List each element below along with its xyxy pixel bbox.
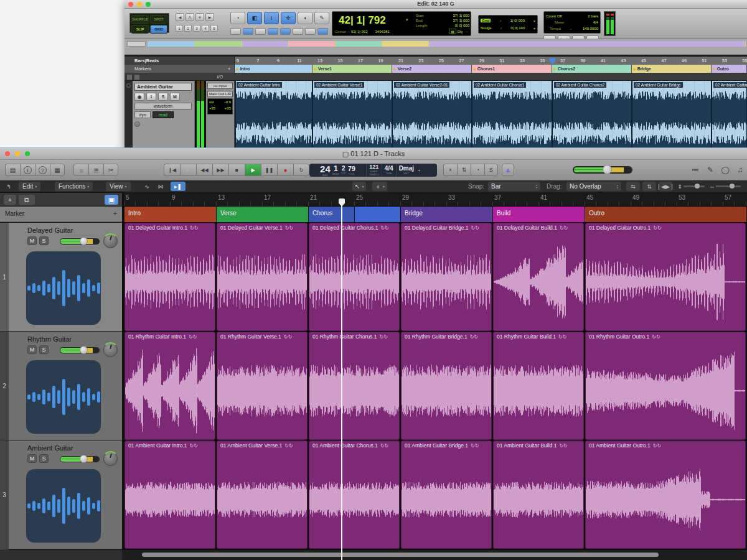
- arrangement-marker-verse[interactable]: Verse: [217, 207, 309, 222]
- arrangement-marker-outro[interactable]: Outro: [585, 207, 747, 222]
- pause-button[interactable]: ❚❚: [261, 164, 277, 176]
- output-selector[interactable]: Main Out L/R: [207, 91, 233, 97]
- arrangement-marker-intro[interactable]: Intro: [125, 207, 217, 222]
- pt-titlebar[interactable]: Edit: 02 140 G: [125, 0, 747, 9]
- stop-button[interactable]: ■: [228, 164, 245, 176]
- catch-playhead-icon[interactable]: ▸❚: [171, 182, 186, 191]
- zoom-preset-4[interactable]: 4: [202, 25, 209, 32]
- pt-region-label[interactable]: 02 Ambient Guitar Verse2-01: [394, 82, 449, 88]
- length-value[interactable]: 0| 0| 000: [455, 23, 469, 28]
- drag-select[interactable]: No Overlap ▴▾: [566, 182, 621, 191]
- zoom-preset-1[interactable]: 1: [176, 25, 183, 32]
- grid-label[interactable]: Grid: [481, 19, 491, 22]
- automation-icon[interactable]: ∿: [142, 182, 152, 191]
- edit-toggle-6[interactable]: [305, 28, 316, 35]
- zoom-preset-2[interactable]: 2: [184, 25, 192, 32]
- mute-button[interactable]: M: [27, 345, 37, 354]
- pt-region-label[interactable]: 02 Ambient Guitar Outro: [713, 82, 747, 88]
- track-view-selector[interactable]: waveform: [134, 103, 192, 110]
- input-monitor-button[interactable]: I: [146, 93, 156, 101]
- edit-toggle-1[interactable]: [243, 28, 253, 35]
- snap-select[interactable]: Bar ▴▾: [488, 182, 540, 191]
- volume-knob[interactable]: [80, 237, 88, 245]
- edit-toggle-0[interactable]: [230, 28, 241, 35]
- auto-track-zoom-icon[interactable]: ⇅: [642, 182, 656, 191]
- audio-region[interactable]: 01 Delayed Guitar Outro.1↻↻: [585, 223, 746, 331]
- audio-region[interactable]: 01 Ambient Guitar Intro.1↻↻: [125, 441, 215, 549]
- audio-region[interactable]: 01 Rhythm Guitar Verse.1↻↻: [217, 332, 308, 440]
- vertical-zoom-icon[interactable]: ⇕: [677, 182, 682, 191]
- pt-marker-chorus2[interactable]: ◆Chorus2: [552, 65, 632, 73]
- media-browser-button[interactable]: ♫: [735, 164, 746, 175]
- chevron-down-icon[interactable]: ▾: [416, 164, 422, 177]
- nudge-value[interactable]: 0| 0| 240: [510, 26, 525, 30]
- zoom-expand-icon[interactable]: ✛: [195, 13, 204, 21]
- left-click-tool[interactable]: ↖▾: [352, 182, 366, 191]
- audio-region[interactable]: 01 Ambient Guitar Bridge.1↻↻: [401, 441, 492, 549]
- edit-toggle-2[interactable]: [255, 28, 266, 35]
- pt-bars-ruler[interactable]: Bars|Beats 57911131517192123252729313335…: [125, 57, 747, 65]
- pencil-tool[interactable]: ✎: [314, 12, 329, 24]
- pt-marker-verse1[interactable]: ◆Verse1: [312, 65, 392, 73]
- pan-right-value[interactable]: +35: [225, 106, 231, 110]
- edit-toggle-7[interactable]: [317, 28, 328, 35]
- playhead-line[interactable]: [341, 202, 342, 560]
- pan-knob[interactable]: [103, 452, 118, 466]
- add-track-button[interactable]: +: [4, 195, 16, 205]
- count-in-button[interactable]: ×: [443, 164, 457, 176]
- timeline-insertion-icon[interactable]: ▤: [449, 29, 456, 34]
- zoom-preset-3[interactable]: 3: [193, 25, 200, 32]
- start-value[interactable]: 37| 1| 000: [453, 13, 469, 18]
- eighth-note-icon[interactable]: ♪: [500, 26, 502, 30]
- input-selector[interactable]: no input: [207, 83, 233, 89]
- arrangement-marker-chorus2[interactable]: [355, 207, 401, 222]
- view-menu-button[interactable]: View▾: [106, 182, 131, 191]
- end-value[interactable]: 37| 1| 000: [453, 18, 469, 23]
- lg-bar-ruler[interactable]: 59131721252933374145495357: [124, 193, 747, 207]
- solo-mode-button[interactable]: S: [484, 164, 498, 176]
- audio-region[interactable]: 01 Ambient Guitar Chorus.1↻↻: [309, 441, 400, 549]
- add-marker-button[interactable]: +: [113, 210, 117, 217]
- solo-button[interactable]: S: [158, 93, 168, 101]
- play-from-selection-button[interactable]: ▶: [180, 164, 196, 176]
- pt-marker-chorus1[interactable]: ◆Chorus1: [472, 65, 552, 73]
- elastic-audio-icon[interactable]: ◎: [134, 121, 140, 127]
- track-list-icon[interactable]: [127, 75, 132, 80]
- scrollbar-thumb[interactable]: [142, 553, 659, 557]
- pt-region-label[interactable]: 02 Ambient Guitar Verse1: [314, 82, 364, 88]
- zoom-preset-5[interactable]: 5: [210, 25, 218, 32]
- audio-region[interactable]: 01 Ambient Guitar Build.1↻↻: [493, 441, 584, 549]
- tuner-button[interactable]: ◔: [471, 164, 484, 176]
- audio-region[interactable]: 01 Ambient Guitar Verse.1↻↻: [217, 441, 308, 549]
- chevron-down-icon[interactable]: ▾: [533, 26, 535, 30]
- audio-region[interactable]: 01 Delayed Guitar Bridge.1↻↻: [401, 223, 492, 331]
- scrub-tool[interactable]: ◖: [298, 12, 312, 24]
- zoom-tool[interactable]: ◔: [230, 12, 245, 24]
- eighth-note-icon[interactable]: ♪: [500, 19, 502, 22]
- play-button[interactable]: ▶: [245, 164, 261, 176]
- pt-universe-view[interactable]: [125, 39, 747, 55]
- mode-slip-button[interactable]: SLIP: [131, 25, 149, 34]
- volume-knob[interactable]: [80, 455, 88, 463]
- pt-marker-verse2[interactable]: ◆Verse2: [392, 65, 472, 73]
- horizontal-scrollbar[interactable]: [0, 550, 747, 560]
- apple-loops-button[interactable]: ◯: [720, 164, 731, 175]
- lg-titlebar[interactable]: ▢ 01 121 D - Tracks: [0, 148, 747, 160]
- audio-region[interactable]: 01 Delayed Guitar Intro.1↻↻: [125, 223, 215, 331]
- audio-region[interactable]: 01 Rhythm Guitar Chorus.1↻↻: [309, 332, 400, 440]
- automation-dyn-button[interactable]: dyn: [134, 111, 151, 118]
- trim-tool[interactable]: ◧: [247, 12, 262, 24]
- track-volume-slider[interactable]: [60, 456, 100, 462]
- mode-spot-button[interactable]: SPOT: [150, 15, 167, 24]
- chevron-down-icon[interactable]: ▾: [406, 17, 408, 22]
- selector-tool[interactable]: I: [264, 12, 279, 24]
- forward-button[interactable]: ▶▶: [212, 164, 228, 176]
- inspector-button[interactable]: i: [20, 164, 35, 176]
- audio-region[interactable]: 01 Delayed Guitar Chorus.1↻↻: [309, 223, 400, 331]
- mode-shuffle-button[interactable]: SHUFFLE: [131, 15, 149, 24]
- horizontal-zoom-slider[interactable]: [716, 185, 741, 187]
- chevron-down-icon[interactable]: ▾: [533, 19, 535, 23]
- edit-toggle-5[interactable]: [293, 28, 303, 35]
- mute-button[interactable]: M: [27, 236, 37, 245]
- main-counter-value[interactable]: 42| 1| 792: [339, 14, 386, 27]
